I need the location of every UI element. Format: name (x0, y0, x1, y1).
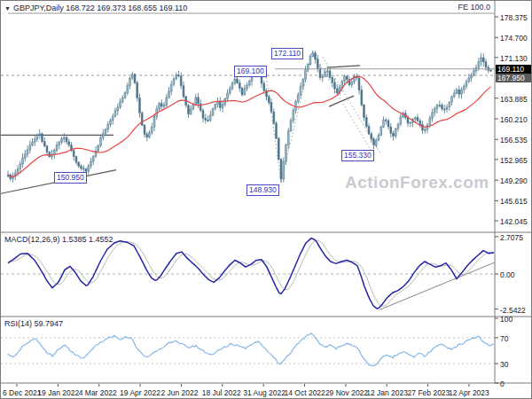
chevron-down-icon[interactable]: ▼ (4, 5, 11, 12)
date-tick-label: 4 Mar 2022 (79, 388, 117, 397)
macd-tick-label: -2.5422 (500, 306, 526, 315)
price-tick-label: 174.700 (500, 34, 528, 43)
date-tick-label: 19 Jan 2022 (37, 388, 79, 397)
macd-signal-line (8, 240, 494, 306)
price-callout-172.110: 172.110 (271, 48, 303, 59)
rsi-line (8, 333, 494, 366)
price-axis[interactable]: 178.375174.700171.130163.885160.210156.5… (497, 1, 532, 383)
dotted-projection (266, 74, 281, 182)
price-callout-148.930: 148.930 (246, 184, 279, 196)
date-tick-label: 29 Nov 2022 (325, 388, 368, 397)
price-tick-label: 142.045 (500, 217, 528, 226)
date-axis[interactable]: 6 Dec 202119 Jan 20224 Mar 202219 Apr 20… (1, 384, 532, 399)
chart-title-bar: ▼GBPJPY,Daily 168.722 169.373 168.655 16… (4, 4, 187, 12)
macd-tick-label: 2.7075 (500, 233, 523, 242)
rsi-tick-label: 70 (500, 334, 508, 343)
rsi-tick-label: 100 (500, 315, 512, 324)
fib-extension-label: FE 100.0 (458, 3, 490, 12)
price-tag-last-price: 169.110 (496, 65, 532, 74)
date-tick-label: 2 Jun 2022 (160, 388, 198, 397)
price-callout-155.330: 155.330 (341, 150, 374, 161)
date-tick-label: 18 Jul 2022 (202, 388, 241, 397)
chart-canvas[interactable] (1, 1, 532, 399)
price-callout-169.100: 169.100 (234, 66, 267, 77)
moving-average-line (8, 76, 491, 176)
actionforex-watermark: ActionForex.com (345, 173, 489, 192)
date-tick-label: 27 Feb 2023 (408, 388, 450, 397)
price-tick-label: 171.130 (500, 54, 528, 63)
date-tick-label: 12 Jan 2023 (366, 388, 408, 397)
date-tick-label: 6 Dec 2021 (3, 388, 41, 397)
price-tick-label: 160.210 (500, 115, 528, 124)
price-tick-label: 152.965 (500, 156, 528, 165)
price-callout-150.950: 150.950 (54, 172, 87, 184)
price-tick-label: 156.535 (500, 136, 528, 145)
price-tick-label: 149.290 (500, 176, 528, 185)
rsi-indicator-label: RSI(14) 59.7947 (4, 319, 63, 328)
price-tick-label: 163.885 (500, 95, 528, 104)
chart-window: ▼GBPJPY,Daily 168.722 169.373 168.655 16… (0, 0, 532, 399)
symbol-ohlc-title: GBPJPY,Daily 168.722 169.373 168.655 169… (13, 4, 187, 12)
macd-trendline (379, 262, 495, 309)
price-tick-label: 178.375 (500, 13, 528, 22)
date-tick-label: 12 Apr 2023 (449, 388, 489, 397)
macd-tick-label: 0.00 (500, 270, 515, 279)
macd-indicator-label: MACD(12,26,9) 1.5385 1.4552 (4, 235, 113, 244)
trendline-flag-top (327, 66, 360, 67)
date-tick-label: 14 Oct 2022 (285, 388, 325, 397)
date-tick-label: 19 Apr 2022 (120, 388, 160, 397)
price-tick-label: 145.615 (500, 197, 528, 206)
date-tick-label: 31 Aug 2022 (243, 388, 286, 397)
price-tag-prev-level: 167.950 (496, 74, 532, 82)
rsi-tick-label: 30 (500, 360, 508, 369)
